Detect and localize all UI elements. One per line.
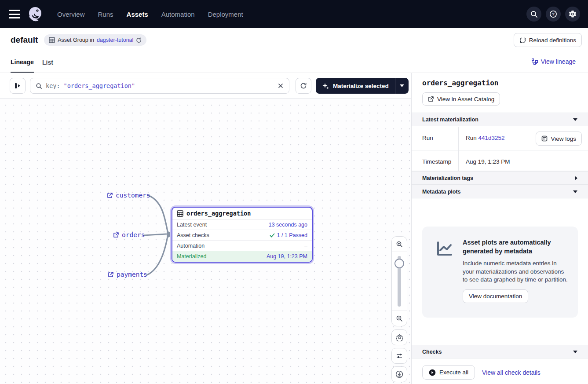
section-label: Materialization tags [422, 175, 473, 181]
materialize-selected-button[interactable]: Materialize selected [316, 82, 395, 90]
asset-plots-title: Asset plots are automatically generated … [463, 238, 568, 256]
view-in-catalog-label: View in Asset Catalog [437, 96, 494, 102]
svg-text:?: ? [552, 11, 555, 16]
graph-zoom-controls [391, 236, 407, 382]
zoom-slider-handle[interactable] [394, 259, 404, 268]
refresh-icon[interactable] [136, 37, 142, 43]
table-icon [177, 210, 183, 217]
recenter-view-button[interactable] [391, 366, 407, 382]
upstream-asset-label: payments [117, 271, 147, 278]
page-header: default Asset Group in dagster-tutorial … [0, 28, 588, 52]
clear-search-icon[interactable] [278, 83, 284, 89]
check-icon [270, 233, 275, 238]
zoom-slider[interactable] [392, 252, 407, 311]
view-all-check-details-link[interactable]: View all check details [482, 369, 541, 376]
tab-lineage[interactable]: Lineage [11, 52, 34, 73]
asset-node-header: orders_aggregation [172, 208, 312, 219]
nav-item-overview[interactable]: Overview [57, 11, 85, 18]
run-row-label: Run [412, 127, 459, 150]
external-link-icon [113, 232, 119, 238]
lineage-graph-icon [531, 58, 538, 65]
timestamp-row: Timestamp Aug 19, 1:23 PM [412, 150, 588, 171]
external-link-icon [428, 96, 434, 102]
asset-node-row-asset-checks: Asset checks 1 / 1 Passed [172, 230, 312, 241]
gear-icon [396, 334, 403, 341]
view-lineage-label: View lineage [541, 58, 576, 65]
asset-search-input[interactable]: key: "orders_aggregation" [30, 78, 289, 94]
reload-definitions-label: Reload definitions [529, 37, 576, 44]
chevron-down-icon [573, 118, 577, 121]
section-materialization-tags[interactable]: Materialization tags [412, 171, 588, 185]
asset-node-row-automation: Automation – [172, 241, 312, 251]
search-icon[interactable] [526, 7, 541, 22]
nav-item-runs[interactable]: Runs [98, 11, 113, 18]
search-query-value: "orders_aggregation" [64, 82, 135, 89]
menu-icon[interactable] [9, 10, 20, 18]
run-id-link[interactable]: 441d3252 [478, 135, 505, 141]
section-checks[interactable]: Checks [412, 345, 588, 358]
view-in-asset-catalog-button[interactable]: View in Asset Catalog [422, 92, 500, 106]
upstream-asset-label: customers [116, 192, 150, 199]
graph-filters-button[interactable] [391, 348, 407, 364]
upstream-asset-customers[interactable]: customers [107, 192, 150, 199]
row-label: Automation [177, 243, 205, 249]
section-latest-materialization[interactable]: Latest materialization [412, 113, 588, 126]
expand-sidebar-button[interactable] [10, 78, 26, 94]
zoom-out-button[interactable] [392, 311, 407, 326]
sparkle-icon [322, 82, 329, 90]
nav-item-assets[interactable]: Assets [127, 11, 148, 18]
gear-icon[interactable] [565, 7, 580, 22]
lineage-graph-canvas[interactable]: customers orders payments orders_aggrega… [0, 99, 411, 384]
zoom-in-icon [396, 241, 403, 248]
view-documentation-button[interactable]: View documentation [463, 289, 528, 303]
refresh-graph-button[interactable] [296, 78, 311, 94]
asset-node-orders-aggregation[interactable]: orders_aggregation Latest event 13 secon… [172, 207, 313, 263]
materialize-dropdown-button[interactable] [395, 78, 409, 94]
nav-icon-buttons: ? [526, 7, 580, 22]
asset-node-title: orders_aggregation [186, 210, 251, 217]
chevron-down-icon [573, 190, 577, 193]
view-logs-label: View logs [551, 135, 576, 142]
lineage-region: key: "orders_aggregation" Materialize se… [0, 73, 411, 384]
asset-node-row-materialized: Materialized Aug 19, 1:23 PM [172, 251, 312, 262]
execute-all-button[interactable]: Execute all [422, 365, 475, 380]
section-metadata-plots[interactable]: Metadata plots [412, 185, 588, 198]
log-icon [541, 135, 548, 142]
upstream-asset-orders[interactable]: orders [113, 231, 145, 238]
nav-item-deployment[interactable]: Deployment [208, 11, 243, 18]
section-label: Latest materialization [422, 117, 478, 123]
reload-definitions-button[interactable]: Reload definitions [514, 33, 582, 47]
arrow-down-circle-icon [395, 370, 403, 378]
external-link-icon [107, 192, 113, 198]
graph-settings-button[interactable] [391, 329, 407, 345]
checks-actions: Execute all View all check details [422, 365, 541, 380]
view-lineage-link[interactable]: View lineage [531, 58, 576, 65]
materialize-label: Materialize selected [333, 83, 389, 89]
tab-list[interactable]: List [42, 52, 53, 73]
page-title: default [11, 35, 38, 45]
asset-plots-text: Asset plots are automatically generated … [463, 238, 568, 318]
asset-plots-body: Include numeric metadata entries in your… [463, 260, 568, 284]
top-nav: Overview Runs Assets Automation Deployme… [0, 0, 588, 28]
reload-icon [519, 37, 526, 44]
dagster-logo-icon[interactable] [26, 5, 44, 23]
nav-links: Overview Runs Assets Automation Deployme… [57, 11, 243, 18]
execute-all-label: Execute all [439, 369, 468, 376]
upstream-asset-payments[interactable]: payments [108, 271, 147, 278]
repo-link[interactable]: dagster-tutorial [97, 37, 133, 43]
help-icon[interactable]: ? [546, 7, 561, 22]
external-link-icon [108, 271, 114, 278]
upstream-asset-label: orders [122, 231, 145, 238]
nav-item-automation[interactable]: Automation [161, 11, 195, 18]
tabs-row: Lineage List View lineage [0, 52, 588, 73]
section-label: Metadata plots [422, 189, 461, 195]
asset-plots-empty-state: Asset plots are automatically generated … [422, 227, 578, 318]
search-icon [36, 83, 42, 89]
play-circle-icon [429, 369, 436, 376]
zoom-out-icon [396, 315, 403, 322]
asset-detail-panel: orders_aggregation View in Asset Catalog… [411, 73, 588, 384]
row-value: 13 seconds ago [269, 222, 307, 228]
view-logs-button[interactable]: View logs [536, 132, 582, 146]
zoom-in-button[interactable] [392, 237, 407, 252]
badge-prefix: Asset Group in [58, 37, 94, 43]
